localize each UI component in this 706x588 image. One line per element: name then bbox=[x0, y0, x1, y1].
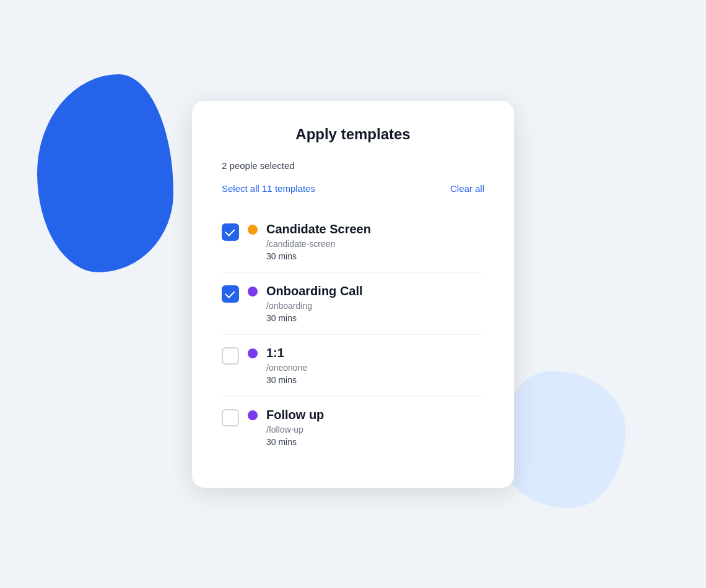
template-duration-follow-up: 30 mins bbox=[266, 437, 484, 447]
template-info-one-on-one: 1:1/oneonone30 mins bbox=[266, 346, 484, 385]
background-blob-blue bbox=[37, 74, 173, 272]
template-name-one-on-one: 1:1 bbox=[266, 346, 484, 360]
template-info-candidate-screen: Candidate Screen/candidate-screen30 mins bbox=[266, 222, 484, 261]
template-info-follow-up: Follow up/follow-up30 mins bbox=[266, 408, 484, 447]
actions-row: Select all 11 templates Clear all bbox=[222, 183, 484, 194]
template-duration-one-on-one: 30 mins bbox=[266, 375, 484, 385]
template-dot-one-on-one bbox=[248, 348, 258, 358]
template-info-onboarding-call: Onboarding Call/onboarding30 mins bbox=[266, 284, 484, 323]
template-checkbox-follow-up[interactable] bbox=[222, 409, 239, 426]
apply-templates-card: Apply templates 2 people selected Select… bbox=[192, 101, 514, 488]
template-dot-candidate-screen bbox=[248, 225, 258, 235]
template-list: Candidate Screen/candidate-screen30 mins… bbox=[222, 211, 484, 458]
template-slug-onboarding-call: /onboarding bbox=[266, 301, 484, 311]
background-blob-light bbox=[502, 371, 625, 508]
template-slug-candidate-screen: /candidate-screen bbox=[266, 239, 484, 249]
clear-all-link[interactable]: Clear all bbox=[450, 183, 484, 194]
template-checkbox-candidate-screen[interactable] bbox=[222, 223, 239, 241]
template-name-candidate-screen: Candidate Screen bbox=[266, 222, 484, 236]
template-duration-onboarding-call: 30 mins bbox=[266, 313, 484, 323]
template-dot-onboarding-call bbox=[248, 287, 258, 296]
select-all-link[interactable]: Select all 11 templates bbox=[222, 183, 315, 194]
template-checkbox-one-on-one[interactable] bbox=[222, 347, 239, 365]
template-item: Onboarding Call/onboarding30 mins bbox=[222, 272, 484, 334]
template-duration-candidate-screen: 30 mins bbox=[266, 251, 484, 261]
template-slug-follow-up: /follow-up bbox=[266, 425, 484, 435]
template-item: Candidate Screen/candidate-screen30 mins bbox=[222, 211, 484, 272]
card-title: Apply templates bbox=[222, 126, 484, 143]
template-item: Follow up/follow-up30 mins bbox=[222, 396, 484, 458]
selected-count: 2 people selected bbox=[222, 160, 484, 171]
template-item: 1:1/oneonone30 mins bbox=[222, 334, 484, 396]
template-checkbox-onboarding-call[interactable] bbox=[222, 285, 239, 303]
template-dot-follow-up bbox=[248, 410, 258, 420]
template-name-follow-up: Follow up bbox=[266, 408, 484, 422]
template-name-onboarding-call: Onboarding Call bbox=[266, 284, 484, 298]
template-slug-one-on-one: /oneonone bbox=[266, 363, 484, 373]
